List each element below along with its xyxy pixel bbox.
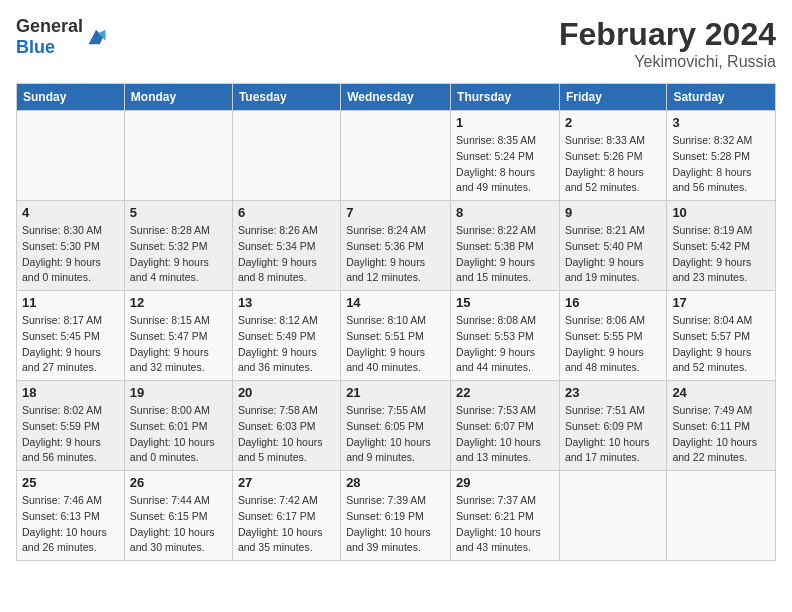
sub-title: Yekimovichi, Russia <box>559 53 776 71</box>
weekday-header-monday: Monday <box>124 84 232 111</box>
day-info: Sunrise: 8:08 AM Sunset: 5:53 PM Dayligh… <box>456 313 554 376</box>
calendar-cell <box>667 471 776 561</box>
calendar-cell: 21Sunrise: 7:55 AM Sunset: 6:05 PM Dayli… <box>341 381 451 471</box>
calendar-cell: 24Sunrise: 7:49 AM Sunset: 6:11 PM Dayli… <box>667 381 776 471</box>
day-info: Sunrise: 8:19 AM Sunset: 5:42 PM Dayligh… <box>672 223 770 286</box>
weekday-header-friday: Friday <box>559 84 666 111</box>
day-info: Sunrise: 8:04 AM Sunset: 5:57 PM Dayligh… <box>672 313 770 376</box>
week-row-2: 4Sunrise: 8:30 AM Sunset: 5:30 PM Daylig… <box>17 201 776 291</box>
day-number: 14 <box>346 295 445 310</box>
calendar-cell <box>124 111 232 201</box>
day-info: Sunrise: 8:00 AM Sunset: 6:01 PM Dayligh… <box>130 403 227 466</box>
day-info: Sunrise: 8:33 AM Sunset: 5:26 PM Dayligh… <box>565 133 661 196</box>
calendar-cell: 25Sunrise: 7:46 AM Sunset: 6:13 PM Dayli… <box>17 471 125 561</box>
day-number: 29 <box>456 475 554 490</box>
day-info: Sunrise: 8:06 AM Sunset: 5:55 PM Dayligh… <box>565 313 661 376</box>
calendar-cell: 1Sunrise: 8:35 AM Sunset: 5:24 PM Daylig… <box>451 111 560 201</box>
calendar-cell: 19Sunrise: 8:00 AM Sunset: 6:01 PM Dayli… <box>124 381 232 471</box>
day-number: 27 <box>238 475 335 490</box>
day-number: 16 <box>565 295 661 310</box>
calendar-cell: 13Sunrise: 8:12 AM Sunset: 5:49 PM Dayli… <box>232 291 340 381</box>
calendar-cell: 28Sunrise: 7:39 AM Sunset: 6:19 PM Dayli… <box>341 471 451 561</box>
calendar-cell: 11Sunrise: 8:17 AM Sunset: 5:45 PM Dayli… <box>17 291 125 381</box>
day-info: Sunrise: 8:10 AM Sunset: 5:51 PM Dayligh… <box>346 313 445 376</box>
day-number: 25 <box>22 475 119 490</box>
day-info: Sunrise: 8:26 AM Sunset: 5:34 PM Dayligh… <box>238 223 335 286</box>
day-info: Sunrise: 8:21 AM Sunset: 5:40 PM Dayligh… <box>565 223 661 286</box>
day-number: 15 <box>456 295 554 310</box>
calendar-cell: 26Sunrise: 7:44 AM Sunset: 6:15 PM Dayli… <box>124 471 232 561</box>
calendar-cell: 22Sunrise: 7:53 AM Sunset: 6:07 PM Dayli… <box>451 381 560 471</box>
calendar-cell: 8Sunrise: 8:22 AM Sunset: 5:38 PM Daylig… <box>451 201 560 291</box>
calendar-cell: 14Sunrise: 8:10 AM Sunset: 5:51 PM Dayli… <box>341 291 451 381</box>
day-number: 4 <box>22 205 119 220</box>
day-number: 8 <box>456 205 554 220</box>
day-number: 19 <box>130 385 227 400</box>
calendar-cell: 10Sunrise: 8:19 AM Sunset: 5:42 PM Dayli… <box>667 201 776 291</box>
day-number: 7 <box>346 205 445 220</box>
calendar-cell: 29Sunrise: 7:37 AM Sunset: 6:21 PM Dayli… <box>451 471 560 561</box>
day-info: Sunrise: 8:24 AM Sunset: 5:36 PM Dayligh… <box>346 223 445 286</box>
day-number: 20 <box>238 385 335 400</box>
calendar-cell: 18Sunrise: 8:02 AM Sunset: 5:59 PM Dayli… <box>17 381 125 471</box>
day-info: Sunrise: 8:32 AM Sunset: 5:28 PM Dayligh… <box>672 133 770 196</box>
day-number: 26 <box>130 475 227 490</box>
day-number: 9 <box>565 205 661 220</box>
day-info: Sunrise: 7:37 AM Sunset: 6:21 PM Dayligh… <box>456 493 554 556</box>
day-number: 28 <box>346 475 445 490</box>
calendar-cell: 6Sunrise: 8:26 AM Sunset: 5:34 PM Daylig… <box>232 201 340 291</box>
week-row-3: 11Sunrise: 8:17 AM Sunset: 5:45 PM Dayli… <box>17 291 776 381</box>
calendar-cell <box>341 111 451 201</box>
day-info: Sunrise: 8:15 AM Sunset: 5:47 PM Dayligh… <box>130 313 227 376</box>
day-number: 11 <box>22 295 119 310</box>
day-number: 10 <box>672 205 770 220</box>
day-info: Sunrise: 8:22 AM Sunset: 5:38 PM Dayligh… <box>456 223 554 286</box>
weekday-header-sunday: Sunday <box>17 84 125 111</box>
svg-marker-0 <box>89 30 104 45</box>
calendar-cell <box>232 111 340 201</box>
day-info: Sunrise: 8:17 AM Sunset: 5:45 PM Dayligh… <box>22 313 119 376</box>
weekday-header-saturday: Saturday <box>667 84 776 111</box>
day-number: 2 <box>565 115 661 130</box>
calendar-cell: 16Sunrise: 8:06 AM Sunset: 5:55 PM Dayli… <box>559 291 666 381</box>
day-number: 17 <box>672 295 770 310</box>
logo-text: General Blue <box>16 16 83 58</box>
day-number: 23 <box>565 385 661 400</box>
title-area: February 2024 Yekimovichi, Russia <box>559 16 776 71</box>
calendar-cell: 27Sunrise: 7:42 AM Sunset: 6:17 PM Dayli… <box>232 471 340 561</box>
day-number: 21 <box>346 385 445 400</box>
day-number: 1 <box>456 115 554 130</box>
day-info: Sunrise: 8:35 AM Sunset: 5:24 PM Dayligh… <box>456 133 554 196</box>
day-number: 5 <box>130 205 227 220</box>
calendar-cell: 23Sunrise: 7:51 AM Sunset: 6:09 PM Dayli… <box>559 381 666 471</box>
week-row-1: 1Sunrise: 8:35 AM Sunset: 5:24 PM Daylig… <box>17 111 776 201</box>
day-info: Sunrise: 7:39 AM Sunset: 6:19 PM Dayligh… <box>346 493 445 556</box>
week-row-5: 25Sunrise: 7:46 AM Sunset: 6:13 PM Dayli… <box>17 471 776 561</box>
day-info: Sunrise: 7:42 AM Sunset: 6:17 PM Dayligh… <box>238 493 335 556</box>
calendar-cell: 5Sunrise: 8:28 AM Sunset: 5:32 PM Daylig… <box>124 201 232 291</box>
day-info: Sunrise: 7:58 AM Sunset: 6:03 PM Dayligh… <box>238 403 335 466</box>
calendar-cell: 17Sunrise: 8:04 AM Sunset: 5:57 PM Dayli… <box>667 291 776 381</box>
calendar-cell: 2Sunrise: 8:33 AM Sunset: 5:26 PM Daylig… <box>559 111 666 201</box>
calendar-cell: 7Sunrise: 8:24 AM Sunset: 5:36 PM Daylig… <box>341 201 451 291</box>
day-info: Sunrise: 7:53 AM Sunset: 6:07 PM Dayligh… <box>456 403 554 466</box>
day-info: Sunrise: 7:51 AM Sunset: 6:09 PM Dayligh… <box>565 403 661 466</box>
logo-blue: Blue <box>16 37 55 57</box>
day-number: 3 <box>672 115 770 130</box>
calendar-cell: 20Sunrise: 7:58 AM Sunset: 6:03 PM Dayli… <box>232 381 340 471</box>
calendar-cell: 4Sunrise: 8:30 AM Sunset: 5:30 PM Daylig… <box>17 201 125 291</box>
week-row-4: 18Sunrise: 8:02 AM Sunset: 5:59 PM Dayli… <box>17 381 776 471</box>
calendar-cell: 9Sunrise: 8:21 AM Sunset: 5:40 PM Daylig… <box>559 201 666 291</box>
calendar-cell: 15Sunrise: 8:08 AM Sunset: 5:53 PM Dayli… <box>451 291 560 381</box>
day-info: Sunrise: 8:12 AM Sunset: 5:49 PM Dayligh… <box>238 313 335 376</box>
logo-icon <box>85 26 107 48</box>
calendar-cell <box>559 471 666 561</box>
day-number: 18 <box>22 385 119 400</box>
calendar-table: SundayMondayTuesdayWednesdayThursdayFrid… <box>16 83 776 561</box>
day-number: 12 <box>130 295 227 310</box>
day-number: 22 <box>456 385 554 400</box>
day-number: 24 <box>672 385 770 400</box>
main-title: February 2024 <box>559 16 776 53</box>
day-info: Sunrise: 7:46 AM Sunset: 6:13 PM Dayligh… <box>22 493 119 556</box>
calendar-cell: 3Sunrise: 8:32 AM Sunset: 5:28 PM Daylig… <box>667 111 776 201</box>
